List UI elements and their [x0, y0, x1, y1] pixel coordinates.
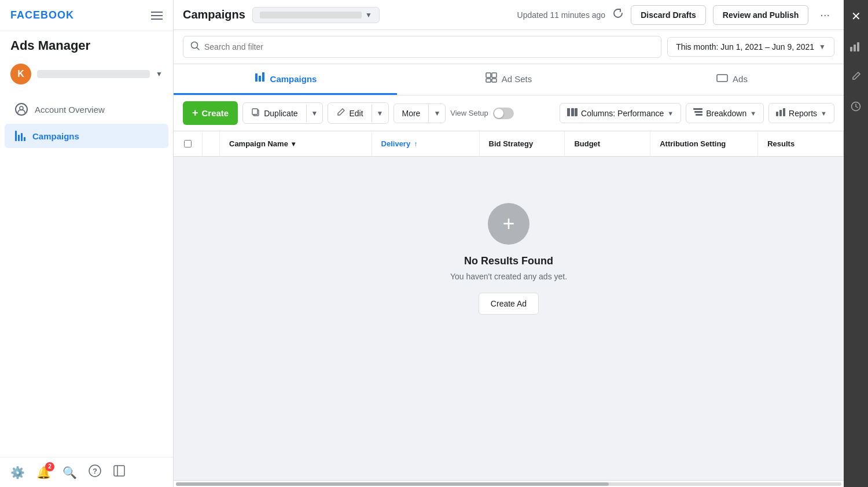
collapse-panel-icon[interactable]: [113, 464, 126, 480]
duplicate-button[interactable]: Duplicate: [243, 103, 306, 123]
more-button[interactable]: More: [394, 104, 429, 123]
svg-rect-15: [571, 108, 574, 116]
date-range-label: This month: Jun 1, 2021 – Jun 9, 2021: [676, 42, 814, 51]
th-delivery[interactable]: Delivery ↑: [372, 131, 480, 156]
close-panel-icon[interactable]: ✕: [845, 6, 866, 27]
fb-logo: FACEBOOK: [10, 9, 74, 21]
scrollbar-track[interactable]: [176, 482, 841, 486]
tab-ads[interactable]: Ads: [620, 64, 844, 95]
table-header: Campaign Name ▾ Delivery ↑ Bid Strategy …: [174, 131, 844, 157]
toggle-knob: [494, 109, 503, 118]
breakdown-chevron-icon: ▼: [750, 110, 756, 117]
toolbar: + Create Duplicate ▼: [174, 95, 844, 131]
topbar-more-options-button[interactable]: ···: [815, 6, 834, 24]
svg-point-0: [20, 106, 23, 110]
clock-icon[interactable]: [845, 96, 866, 117]
svg-rect-3: [114, 466, 124, 476]
updated-text: Updated 11 minutes ago: [517, 10, 606, 20]
svg-line-6: [197, 47, 199, 50]
scrollbar-wrap: [174, 480, 844, 487]
notification-badge: 2: [45, 462, 54, 471]
create-label: Create: [202, 108, 229, 118]
app-title: Ads Manager: [0, 31, 173, 58]
attribution-setting-label: Attribution Setting: [660, 139, 726, 148]
account-chevron-icon: ▼: [156, 70, 163, 78]
more-dropdown-arrow[interactable]: ▼: [428, 105, 445, 122]
breakdown-button[interactable]: Breakdown ▼: [686, 103, 764, 123]
help-icon[interactable]: ?: [89, 464, 101, 480]
svg-rect-20: [776, 112, 778, 116]
review-publish-button[interactable]: Review and Publish: [713, 5, 808, 25]
more-label: More: [402, 109, 421, 118]
create-button[interactable]: + Create: [183, 101, 238, 125]
account-name-placeholder: [37, 70, 150, 78]
more-button-group: More ▼: [393, 104, 446, 123]
search-icon[interactable]: 🔍: [62, 466, 77, 479]
svg-rect-17: [693, 108, 703, 110]
duplicate-icon: [251, 108, 260, 119]
topbar-title: Campaigns: [183, 8, 245, 21]
date-picker-button[interactable]: This month: Jun 1, 2021 – Jun 9, 2021 ▼: [667, 37, 834, 57]
th-bid-strategy[interactable]: Bid Strategy: [480, 131, 565, 156]
svg-rect-24: [854, 45, 856, 51]
edit-dropdown-arrow[interactable]: ▼: [372, 105, 388, 122]
svg-rect-25: [857, 42, 859, 51]
notifications-icon[interactable]: 🔔 2: [36, 466, 51, 479]
th-checkbox[interactable]: [174, 131, 203, 156]
tab-campaigns[interactable]: Campaigns: [174, 64, 397, 95]
duplicate-dropdown-arrow[interactable]: ▼: [306, 105, 323, 122]
facebook-wordmark: FACEBOOK: [10, 9, 74, 21]
results-label: Results: [767, 139, 795, 148]
campaign-sort-icon: ▾: [292, 140, 295, 148]
searchbar: This month: Jun 1, 2021 – Jun 9, 2021 ▼: [174, 30, 844, 64]
th-results[interactable]: Results: [758, 131, 844, 156]
sidebar-item-account-overview-label: Account Overview: [35, 105, 105, 115]
topbar: Campaigns ▼ Updated 11 minutes ago Disca…: [174, 0, 844, 30]
budget-label: Budget: [574, 139, 600, 148]
columns-button[interactable]: Columns: Performance ▼: [560, 103, 681, 123]
search-input-wrap[interactable]: [183, 36, 661, 58]
sidebar-item-account-overview[interactable]: Account Overview: [5, 96, 168, 123]
account-overview-icon: [15, 103, 28, 116]
refresh-icon[interactable]: [612, 8, 624, 22]
th-attribution-setting[interactable]: Attribution Setting: [650, 131, 758, 156]
empty-state-create-icon[interactable]: +: [488, 203, 529, 245]
th-budget[interactable]: Budget: [565, 131, 650, 156]
svg-rect-10: [492, 79, 496, 82]
account-selector[interactable]: K ▼: [0, 58, 173, 90]
campaigns-tab-icon: [254, 72, 266, 85]
campaigns-dropdown[interactable]: ▼: [252, 7, 380, 23]
scrollbar-thumb: [176, 482, 609, 486]
reports-label: Reports: [789, 109, 817, 118]
reports-chevron-icon: ▼: [821, 110, 827, 117]
pencil-icon[interactable]: [845, 66, 866, 87]
th-col-indicator: [203, 131, 220, 156]
empty-state: + No Results Found You haven't created a…: [174, 157, 844, 361]
main-content: Campaigns ▼ Updated 11 minutes ago Disca…: [174, 0, 844, 487]
chart-icon[interactable]: [845, 36, 866, 57]
bid-strategy-label: Bid Strategy: [489, 139, 534, 148]
hamburger-menu-icon[interactable]: [151, 12, 163, 20]
edit-button[interactable]: Edit: [328, 103, 371, 123]
right-rail: ✕: [844, 0, 868, 487]
tab-ad-sets[interactable]: Ad Sets: [397, 64, 620, 95]
th-campaign-name[interactable]: Campaign Name ▾: [220, 131, 372, 156]
discard-drafts-button[interactable]: Discard Drafts: [631, 5, 706, 25]
reports-button[interactable]: Reports ▼: [768, 103, 834, 123]
sidebar-item-campaigns[interactable]: Campaigns: [5, 124, 168, 148]
sidebar-header: FACEBOOK: [0, 0, 173, 31]
sidebar-item-campaigns-label: Campaigns: [32, 131, 79, 141]
view-setup-toggle[interactable]: [493, 108, 514, 119]
table-wrap: Campaign Name ▾ Delivery ↑ Bid Strategy …: [174, 131, 844, 480]
ads-tab-icon: [716, 73, 728, 85]
delivery-label: Delivery: [381, 139, 411, 148]
select-all-checkbox[interactable]: [184, 140, 192, 147]
campaigns-nav-icon: [15, 131, 25, 141]
breakdown-label: Breakdown: [706, 109, 746, 118]
search-input[interactable]: [204, 42, 654, 51]
settings-icon[interactable]: ⚙️: [10, 466, 25, 479]
reports-icon: [776, 108, 785, 118]
date-picker-chevron-icon: ▼: [819, 43, 826, 51]
create-ad-button[interactable]: Create Ad: [479, 293, 539, 315]
svg-rect-16: [575, 108, 578, 116]
